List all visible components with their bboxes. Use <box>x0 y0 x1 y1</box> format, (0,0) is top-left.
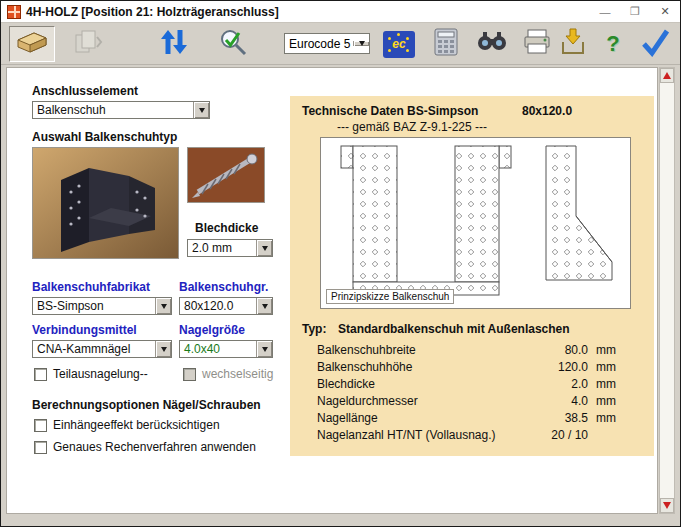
timber-beam-icon <box>15 27 49 61</box>
calculator-button[interactable] <box>423 26 469 62</box>
fabrikat-select[interactable]: BS-Simpson <box>32 297 172 315</box>
dropdown-arrow-icon[interactable] <box>256 240 272 256</box>
dropdown-arrow-icon[interactable] <box>256 298 272 314</box>
panel-title: Technische Daten <box>302 104 404 118</box>
ec-label: ec <box>392 37 405 51</box>
document-pages-icon <box>73 28 103 60</box>
wechselseitig-label: wechselseitig <box>202 367 273 381</box>
data-row: Balkenschuhbreite 80.0 mm <box>290 343 654 359</box>
timber-element-button[interactable] <box>9 26 55 62</box>
dropdown-arrow-icon[interactable] <box>155 341 171 357</box>
panel-size: 80x120.0 <box>522 104 572 118</box>
anschlusselement-value: Balkenschuh <box>33 102 193 118</box>
swap-position-button[interactable] <box>151 26 197 62</box>
search-button[interactable] <box>469 26 515 62</box>
confirm-button[interactable] <box>635 26 675 62</box>
help-question-icon: ? <box>606 31 619 57</box>
groesse-select[interactable]: 80x120.0 <box>179 297 273 315</box>
vertical-scrollbar[interactable] <box>659 67 675 514</box>
checkbox-box[interactable] <box>34 368 47 381</box>
window-title: 4H-HOLZ [Position 21: Holzträgeranschlus… <box>26 5 279 19</box>
scroll-up-icon <box>663 72 671 79</box>
checkbox-box <box>183 368 196 381</box>
dropdown-arrow-icon[interactable] <box>353 41 369 46</box>
dropdown-arrow-icon[interactable] <box>256 341 272 357</box>
eurocode-value: Eurocode 5 <box>285 37 353 51</box>
row-value: 20 / 10 <box>500 428 588 442</box>
eu-ec-flag-icon: ec <box>383 31 415 58</box>
typ-label: Typ: <box>302 322 326 336</box>
app-icon <box>7 5 21 19</box>
nail-photo <box>187 147 265 203</box>
genaues-verfahren-checkbox[interactable]: Genaues Rechenverfahren anwenden <box>34 440 256 454</box>
blechdicke-value: 2.0 mm <box>188 240 256 256</box>
verbindungsmittel-select[interactable]: CNA-Kammnägel <box>32 340 172 358</box>
blechdicke-label: Blechdicke <box>195 221 258 235</box>
export-arrow-icon <box>557 28 589 60</box>
printer-icon <box>521 28 553 60</box>
panel-brand: BS-Simpson <box>407 104 478 118</box>
wechselseitig-checkbox: wechselseitig <box>183 367 273 381</box>
nagelgroesse-label: Nagelgröße <box>179 323 245 337</box>
data-row: Blechdicke 2.0 mm <box>290 377 654 393</box>
checkbox-box[interactable] <box>34 419 47 432</box>
row-label: Balkenschuhbreite <box>317 343 416 357</box>
print-button[interactable] <box>517 26 557 62</box>
export-button[interactable] <box>553 26 593 62</box>
row-unit: mm <box>596 411 616 425</box>
joist-hanger-photo <box>32 147 179 259</box>
blechdicke-select[interactable]: 2.0 mm <box>187 239 273 257</box>
eurocode-flag-button[interactable]: ec <box>379 26 419 62</box>
typ-value: Standardbalkenschuh mit Außenlaschen <box>338 322 570 336</box>
teilausnagelung-label: Teilausnagelung-- <box>53 367 148 381</box>
verbindungsmittel-value: CNA-Kammnägel <box>33 341 155 357</box>
row-label: Nagellänge <box>317 411 378 425</box>
scroll-down-button[interactable] <box>660 498 674 513</box>
fabrikat-value: BS-Simpson <box>33 298 155 314</box>
confirm-check-icon <box>639 27 671 61</box>
teilausnagelung-checkbox[interactable]: Teilausnagelung-- <box>34 367 148 381</box>
title-bar: 4H-HOLZ [Position 21: Holzträgeranschlus… <box>1 1 680 23</box>
groesse-value: 80x120.0 <box>180 298 256 314</box>
close-button[interactable]: ✕ <box>650 1 680 22</box>
row-unit: mm <box>596 360 616 374</box>
row-value: 80.0 <box>500 343 588 357</box>
scroll-down-icon <box>663 502 671 509</box>
checkbox-box[interactable] <box>34 441 47 454</box>
eurocode-select[interactable]: Eurocode 5 <box>284 33 370 54</box>
verbindungsmittel-label: Verbindungsmittel <box>32 323 137 337</box>
binoculars-icon <box>475 27 509 61</box>
row-value: 4.0 <box>500 394 588 408</box>
toolbar: Eurocode 5 ec <box>1 23 680 65</box>
document-pages-button[interactable] <box>65 26 111 62</box>
dropdown-arrow-icon[interactable] <box>155 298 171 314</box>
data-row: Balkenschuhhöhe 120.0 mm <box>290 360 654 376</box>
genaues-verfahren-label: Genaues Rechenverfahren anwenden <box>53 440 256 454</box>
up-down-arrows-icon <box>157 27 191 61</box>
row-unit: mm <box>596 394 616 408</box>
berechnungsoptionen-label: Berechnungsoptionen Nägel/Schrauben <box>32 398 261 412</box>
minimize-button[interactable]: — <box>590 1 620 22</box>
einhaengeeffekt-label: Einhängeeffekt berücksichtigen <box>53 418 220 432</box>
row-label: Nagelanzahl HT/NT (Vollausnag.) <box>317 428 496 442</box>
row-value: 2.0 <box>500 377 588 391</box>
anschlusselement-select[interactable]: Balkenschuh <box>32 101 210 119</box>
check-view-button[interactable] <box>211 26 257 62</box>
dropdown-arrow-icon[interactable] <box>193 102 209 118</box>
data-row: Nagellänge 38.5 mm <box>290 411 654 427</box>
fabrikat-label: Balkenschuhfabrikat <box>32 280 150 294</box>
data-row: Nageldurchmesser 4.0 mm <box>290 394 654 410</box>
app-window: 4H-HOLZ [Position 21: Holzträgeranschlus… <box>0 0 681 527</box>
maximize-button[interactable]: ❐ <box>620 1 650 22</box>
nagelgroesse-value: 4.0x40 <box>180 341 256 357</box>
row-label: Balkenschuhhöhe <box>317 360 412 374</box>
auswahl-balkenschuhtyp-label: Auswahl Balkenschuhtyp <box>32 130 177 144</box>
row-value: 38.5 <box>500 411 588 425</box>
einhaengeeffekt-checkbox[interactable]: Einhängeeffekt berücksichtigen <box>34 418 220 432</box>
help-button[interactable]: ? <box>593 26 633 62</box>
technical-data-panel: Technische Daten BS-Simpson 80x120.0 ---… <box>290 96 654 456</box>
calculator-icon <box>431 27 461 61</box>
scroll-up-button[interactable] <box>660 68 674 83</box>
nagelgroesse-select[interactable]: 4.0x40 <box>179 340 273 358</box>
panel-subtitle: --- gemäß BAZ Z-9.1-225 --- <box>337 120 487 134</box>
